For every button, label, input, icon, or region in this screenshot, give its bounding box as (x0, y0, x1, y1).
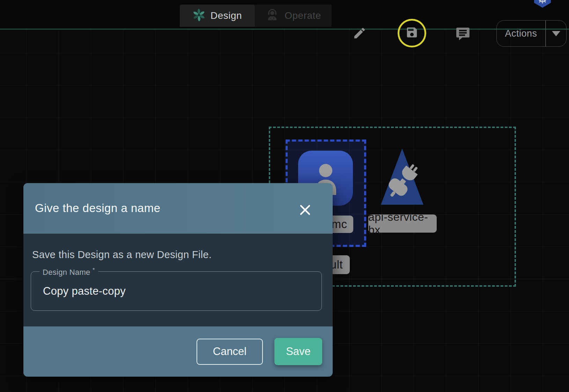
modal-header: Give the design a name (23, 183, 333, 234)
tab-operate-label: Operate (284, 10, 321, 21)
comment-button[interactable] (455, 26, 471, 42)
actions-dropdown-button[interactable]: Actions (496, 20, 567, 47)
design-name-label: Design Name * (39, 267, 98, 277)
top-navigation-bar: Design Operate (0, 0, 569, 30)
kubernetes-context-badge[interactable] (533, 0, 565, 10)
save-button[interactable]: Save (274, 338, 322, 365)
design-name-input[interactable] (31, 272, 322, 310)
tab-design[interactable]: Design (180, 5, 255, 27)
save-design-button-highlighted[interactable] (398, 19, 426, 47)
comment-icon (455, 25, 471, 42)
api-service-node[interactable] (379, 146, 426, 208)
edit-pencil-button[interactable] (352, 27, 367, 41)
save-floppy-icon (405, 26, 419, 40)
close-icon (298, 212, 312, 218)
chevron-down-icon (552, 31, 560, 36)
api-service-label: api-service-bx (368, 214, 437, 233)
cancel-button[interactable]: Cancel (197, 339, 263, 365)
modal-footer: Cancel Save (23, 326, 333, 377)
actions-label[interactable]: Actions (497, 21, 545, 46)
tab-operate[interactable]: Operate (255, 5, 332, 27)
pencil-icon (353, 26, 367, 42)
operator-headset-icon (265, 8, 279, 23)
modal-title: Give the design a name (35, 202, 161, 215)
close-button[interactable] (298, 203, 312, 217)
tab-design-label: Design (210, 10, 242, 21)
field-label-text: Design Name (43, 268, 90, 277)
modal-description: Save this Design as a new Design File. (32, 249, 212, 261)
meshery-design-icon (193, 9, 205, 23)
save-design-modal: Give the design a name Save this Design … (23, 183, 333, 377)
actions-caret-button[interactable] (546, 21, 567, 46)
design-name-field[interactable]: Design Name * (31, 271, 322, 311)
modal-body: Save this Design as a new Design File. D… (23, 234, 333, 326)
mode-tabs: Design Operate (180, 5, 332, 27)
required-asterisk: * (93, 267, 95, 273)
